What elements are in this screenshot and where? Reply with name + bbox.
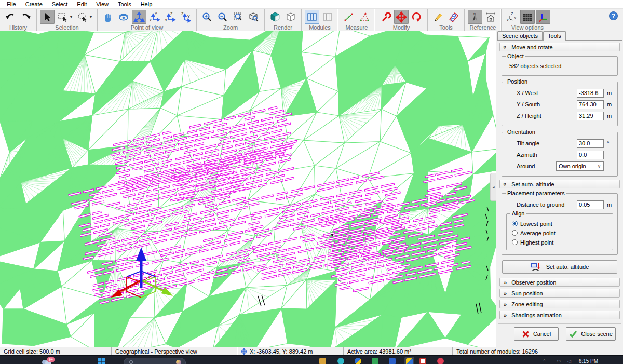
toolbar-group-measure: Measure xyxy=(338,9,375,31)
align-radio-2[interactable] xyxy=(512,239,518,245)
section-set-auto-altitude[interactable]: » Set auto. altitude xyxy=(499,180,620,188)
taskbar-app-pdf[interactable] xyxy=(419,358,426,364)
menu-view[interactable]: View xyxy=(91,1,113,8)
around-dropdown[interactable]: Own origin ∨ xyxy=(556,161,604,171)
measure-angle-button[interactable] xyxy=(357,10,372,24)
z-height-label: Z / Height xyxy=(517,113,577,119)
search-box[interactable] xyxy=(124,358,186,364)
render-solid-button[interactable] xyxy=(268,10,282,24)
toolbar-group-selection: ▾ ▾ Selection xyxy=(36,9,97,31)
move-object-button[interactable] xyxy=(394,10,409,24)
toolbar-group-render: Render xyxy=(264,9,301,31)
north-compass-button[interactable]: N xyxy=(468,10,482,24)
plane-xy-button[interactable]: xY xyxy=(147,10,162,24)
viewport-canvas[interactable] xyxy=(0,31,496,347)
tray-network-icon[interactable]: ◠ xyxy=(557,359,561,364)
y-south-input[interactable] xyxy=(577,100,604,109)
observer-eye-button[interactable] xyxy=(116,10,131,24)
zone-tool-button[interactable] xyxy=(446,10,461,24)
lasso-select-button[interactable] xyxy=(75,10,90,24)
align-option-average[interactable]: Average point xyxy=(512,229,611,237)
reference-house-button[interactable] xyxy=(483,10,498,24)
toolbar-label-measure: Measure xyxy=(342,24,372,31)
menu-tools[interactable]: Tools xyxy=(113,1,136,8)
axes-labels-button[interactable]: ZxY xyxy=(505,10,519,24)
placement-group-label: Placement parameters xyxy=(506,190,566,196)
collapse-chevron-icon: » xyxy=(503,182,508,185)
distance-ground-input[interactable] xyxy=(577,200,604,209)
svg-text:x: x xyxy=(165,18,167,22)
set-auto-altitude-label: Set auto. altitude xyxy=(546,264,589,270)
close-scene-button[interactable]: Close scene xyxy=(566,327,616,341)
tray-chevron-icon[interactable]: ⌃ xyxy=(542,359,546,364)
menu-edit[interactable]: Edit xyxy=(72,1,91,8)
edit-pencil-button[interactable] xyxy=(431,10,445,24)
axes-toggle-button[interactable] xyxy=(536,10,550,24)
set-auto-altitude-button[interactable]: Set auto. altitude xyxy=(502,260,617,274)
menu-file[interactable]: File xyxy=(2,1,21,8)
modify-wrench-button[interactable] xyxy=(378,10,393,24)
zoom-extents-button[interactable] xyxy=(247,10,261,24)
cancel-button[interactable]: Cancel xyxy=(514,327,559,341)
section-move-rotate[interactable]: » Move and rotate xyxy=(499,43,620,51)
status-active-area: Active area: 43981.60 m² xyxy=(344,347,453,355)
around-dropdown-value: Own origin xyxy=(557,163,595,169)
rotate-object-button[interactable] xyxy=(410,10,424,24)
section-zone-editing[interactable]: » Zone editing xyxy=(499,300,620,308)
marquee-select-button[interactable] xyxy=(56,10,70,24)
section-set-auto-altitude-title: Set auto. altitude xyxy=(511,181,554,187)
svg-text:Z: Z xyxy=(170,12,173,16)
redo-button[interactable] xyxy=(19,10,33,24)
object-groupbox: Object 582 objects selected xyxy=(502,56,618,76)
tray-volume-icon[interactable]: ◁ xyxy=(567,359,571,364)
menu-help[interactable]: Help xyxy=(136,1,157,8)
grid-toggle-button[interactable] xyxy=(520,10,535,24)
select-pointer-button[interactable] xyxy=(40,10,55,24)
tab-scene-objects[interactable]: Scene objects xyxy=(497,31,543,41)
x-west-input[interactable] xyxy=(577,89,604,98)
help-button[interactable]: ? xyxy=(609,11,618,20)
section-shadings-animation[interactable]: » Shadings animation xyxy=(499,311,620,319)
toolbar-group-modify: Modify xyxy=(375,9,427,31)
lasso-dropdown-caret[interactable]: ▾ xyxy=(90,15,94,19)
marquee-dropdown-caret[interactable]: ▾ xyxy=(70,15,74,19)
tab-tools[interactable]: Tools xyxy=(543,31,566,41)
modules-detailed-button[interactable] xyxy=(305,10,319,24)
align-option-highest[interactable]: Highest point xyxy=(512,238,611,246)
taskbar-app-icon[interactable] xyxy=(389,358,396,364)
align-radio-1[interactable] xyxy=(512,230,518,236)
zoom-out-button[interactable] xyxy=(215,10,230,24)
taskbar-app-icon[interactable] xyxy=(372,358,378,364)
taskbar-app-icon[interactable] xyxy=(337,358,344,364)
taskbar-app-folder[interactable] xyxy=(319,358,326,364)
zoom-in-button[interactable] xyxy=(200,10,214,24)
tilt-angle-input[interactable] xyxy=(577,139,604,148)
undo-button[interactable] xyxy=(3,10,18,24)
section-observer-position[interactable]: » Observer position xyxy=(499,278,620,287)
taskbar-app-active[interactable] xyxy=(404,357,414,364)
section-zone-editing-title: Zone editing xyxy=(511,301,543,307)
azimuth-input[interactable] xyxy=(577,151,604,159)
align-option-lowest[interactable]: Lowest point xyxy=(512,220,611,227)
menu-select[interactable]: Select xyxy=(47,1,73,8)
panel-collapse-handle[interactable]: ◂ xyxy=(490,173,496,201)
taskbar-app-icon[interactable] xyxy=(437,358,444,364)
z-height-input[interactable] xyxy=(577,112,604,120)
plane-zy-button[interactable]: ZY xyxy=(179,10,193,24)
start-button[interactable] xyxy=(98,358,105,364)
taskbar-app-icon[interactable] xyxy=(355,358,361,364)
axes-3d-view-button[interactable] xyxy=(132,10,146,24)
modules-simplified-button[interactable] xyxy=(320,10,335,24)
object-group-label: Object xyxy=(506,53,525,59)
plane-xz-button[interactable]: xZ xyxy=(163,10,178,24)
align-radio-0[interactable] xyxy=(512,221,518,226)
toolbar-label-selection: Selection xyxy=(40,24,94,31)
section-sun-position[interactable]: » Sun position xyxy=(499,289,620,298)
zoom-window-button[interactable] xyxy=(231,10,246,24)
clock[interactable]: 6:15 PM xyxy=(579,358,598,364)
measure-distance-button[interactable] xyxy=(342,10,356,24)
menu-create[interactable]: Create xyxy=(21,1,47,8)
pan-hand-button[interactable] xyxy=(101,10,115,24)
toolbar-group-viewoptions: ZxY View options xyxy=(501,9,553,31)
render-wireframe-button[interactable] xyxy=(283,10,298,24)
